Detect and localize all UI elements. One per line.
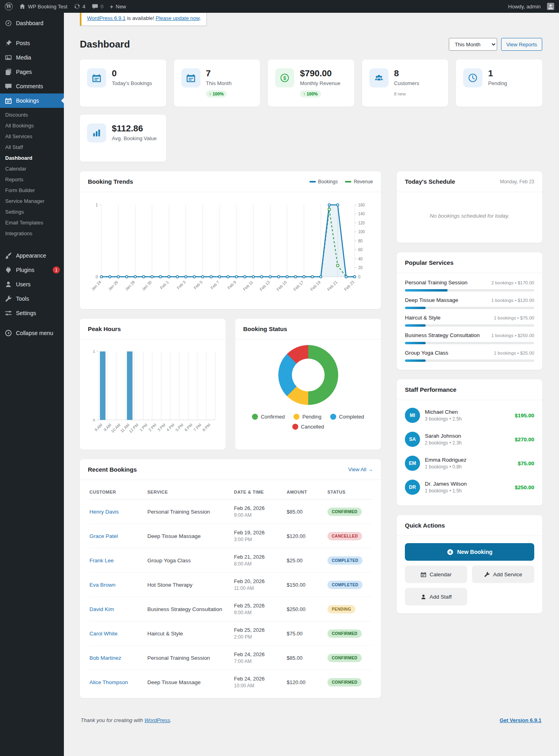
legend-item-revenue: Revenue xyxy=(345,179,373,185)
trends-legend: BookingsRevenue xyxy=(309,179,373,185)
submenu-item-settings[interactable]: Settings xyxy=(0,206,64,217)
submenu-item-all-bookings[interactable]: All Bookings xyxy=(0,120,64,131)
sidebar-item-users[interactable]: Users xyxy=(0,277,64,292)
customer-link[interactable]: Henry Davis xyxy=(89,509,143,515)
service-progress-track xyxy=(405,307,534,309)
left-column: Booking Trends BookingsRevenue 010204060… xyxy=(80,171,381,698)
update-now-link[interactable]: Please update now xyxy=(156,15,200,21)
submenu-item-all-staff[interactable]: All Staff xyxy=(0,142,64,153)
table-row: Grace PatelDeep Tissue MassageFeb 19, 20… xyxy=(89,524,371,548)
staff-amount: $250.00 xyxy=(515,484,534,490)
trends-svg: 01020406080100120140160Jan 24Jan 26Jan 2… xyxy=(88,198,373,302)
staff-info: Michael Chen3 bookings • 2.5h xyxy=(425,409,462,422)
customer-link[interactable]: David Kim xyxy=(89,606,143,612)
stat-dollar-icon: $ xyxy=(280,73,289,83)
submenu-item-discounts[interactable]: Discounts xyxy=(0,109,64,120)
collapse-icon xyxy=(5,329,12,337)
sidebar-item-comments[interactable]: Comments xyxy=(0,79,64,93)
datetime-cell: Feb 26, 20269:00 AM xyxy=(234,505,283,518)
status-badge: PENDING xyxy=(327,605,355,613)
sidebar-item-posts[interactable]: Posts xyxy=(0,36,64,50)
svg-text:1: 1 xyxy=(93,349,95,353)
customer-link[interactable]: Carol White xyxy=(89,631,143,637)
recent-bookings-card: Recent Bookings View All → CUSTOMER SERV… xyxy=(80,459,381,698)
staff-meta: 2 bookings • 2.3h xyxy=(425,440,462,446)
customer-link[interactable]: Grace Patel xyxy=(89,533,143,539)
submenu-item-email-templates[interactable]: Email Templates xyxy=(0,217,64,228)
status-legend: ConfirmedPendingCompletedCancelled xyxy=(242,414,374,430)
customer-link[interactable]: Bob Martinez xyxy=(89,655,143,661)
sidebar-item-label: Appearance xyxy=(16,252,46,259)
staff-avatar: DR xyxy=(405,480,420,495)
wrench-icon xyxy=(484,571,490,577)
date-text: Feb 19, 2026 xyxy=(234,530,283,536)
service-cell: Personal Training Session xyxy=(147,509,230,515)
popular-services-list: Personal Training Session2 bookings • $1… xyxy=(397,273,542,370)
submenu-item-service-manager[interactable]: Service Manager xyxy=(0,196,64,206)
site-name-link[interactable]: WP Booking Test xyxy=(19,3,67,10)
sidebar-item-label: Tools xyxy=(16,296,29,302)
service-name: Group Yoga Class xyxy=(405,350,448,356)
wordpress-version-link[interactable]: WordPress 6.9.1 xyxy=(87,15,126,21)
sidebar-item-bookings[interactable]: Bookings xyxy=(0,93,64,108)
svg-text:Feb 9: Feb 9 xyxy=(227,280,237,290)
right-column: Today's Schedule Monday, Feb 23 No booki… xyxy=(397,171,542,613)
calendar-button[interactable]: Calendar xyxy=(405,566,467,583)
stat-card-body: $790.00Monthly Revenue↑ 100% xyxy=(300,68,340,97)
sidebar-item-plugins[interactable]: Plugins1 xyxy=(0,263,64,277)
donut-legend-dot xyxy=(293,414,299,420)
submenu-item-integrations[interactable]: Integrations xyxy=(0,228,64,239)
service-progress-fill xyxy=(405,307,426,309)
add-staff-button[interactable]: Add Staff xyxy=(405,588,467,605)
stat-clock-glyph xyxy=(468,73,478,83)
sidebar-item-tools[interactable]: Tools xyxy=(0,292,64,306)
sidebar-item-appearance[interactable]: Appearance xyxy=(0,248,64,263)
submenu-item-form-builder[interactable]: Form Builder xyxy=(0,185,64,196)
svg-text:60: 60 xyxy=(358,248,363,252)
add-service-button[interactable]: Add Service xyxy=(472,566,534,583)
submenu-item-dashboard[interactable]: Dashboard xyxy=(0,153,64,163)
sidebar-item-dashboard[interactable]: Dashboard xyxy=(0,16,64,30)
sidebar-item-pages[interactable]: Pages xyxy=(0,65,64,79)
view-all-link[interactable]: View All → xyxy=(348,466,373,472)
datetime-cell: Feb 19, 20263:00 PM xyxy=(234,530,283,542)
period-select[interactable]: This Month xyxy=(449,38,497,51)
new-content-link[interactable]: + New xyxy=(110,4,126,10)
plus-circle-icon xyxy=(447,549,454,556)
sidebar-item-label: Bookings xyxy=(16,97,39,104)
amount-cell: $85.00 xyxy=(287,655,323,661)
submenu-item-reports[interactable]: Reports xyxy=(0,174,64,185)
howdy-text[interactable]: Howdy, admin xyxy=(508,4,541,10)
updates-link[interactable]: 4 xyxy=(74,3,85,10)
customer-link[interactable]: Frank Lee xyxy=(89,558,143,564)
submenu-item-calendar[interactable]: Calendar xyxy=(0,163,64,174)
new-booking-button[interactable]: New Booking xyxy=(405,543,534,561)
status-badge: CONFIRMED xyxy=(327,678,362,687)
submenu-item-all-services[interactable]: All Services xyxy=(0,131,64,142)
booking-status-chart: ConfirmedPendingCompletedCancelled xyxy=(235,339,381,433)
wordpress-logo-icon[interactable]: W xyxy=(5,2,13,10)
staff-avatar: EM xyxy=(405,456,420,471)
col-service: SERVICE xyxy=(147,490,230,494)
stat-label: Avg. Booking Value xyxy=(112,135,157,142)
wordpress-link[interactable]: WordPress xyxy=(145,717,170,723)
sidebar-item-media[interactable]: Media xyxy=(0,50,64,65)
stat-value: 7 xyxy=(206,68,232,78)
sidebar-item-collapse[interactable]: Collapse menu xyxy=(0,326,64,340)
sidebar-item-settings[interactable]: Settings xyxy=(0,306,64,320)
get-version-link[interactable]: Get Version 6.9.1 xyxy=(500,717,541,723)
peak-hours-title: Peak Hours xyxy=(88,325,121,332)
time-text: 2:00 PM xyxy=(234,634,283,640)
view-reports-button[interactable]: View Reports xyxy=(501,38,542,51)
plugins-glyph xyxy=(5,266,12,274)
amount-cell: $75.00 xyxy=(287,631,323,637)
customer-link[interactable]: Alice Thompson xyxy=(89,679,143,685)
service-meta: 1 bookings • $120.00 xyxy=(491,298,534,303)
donut-legend-dot xyxy=(330,414,336,420)
avatar[interactable] xyxy=(547,3,554,10)
notice-period: . xyxy=(200,15,201,21)
comments-link[interactable]: 0 xyxy=(92,3,103,10)
customer-link[interactable]: Eva Brown xyxy=(89,582,143,588)
popular-service-item: Deep Tissue Massage1 bookings • $120.00 xyxy=(405,293,534,311)
stat-label: Monthly Revenue xyxy=(300,80,340,87)
